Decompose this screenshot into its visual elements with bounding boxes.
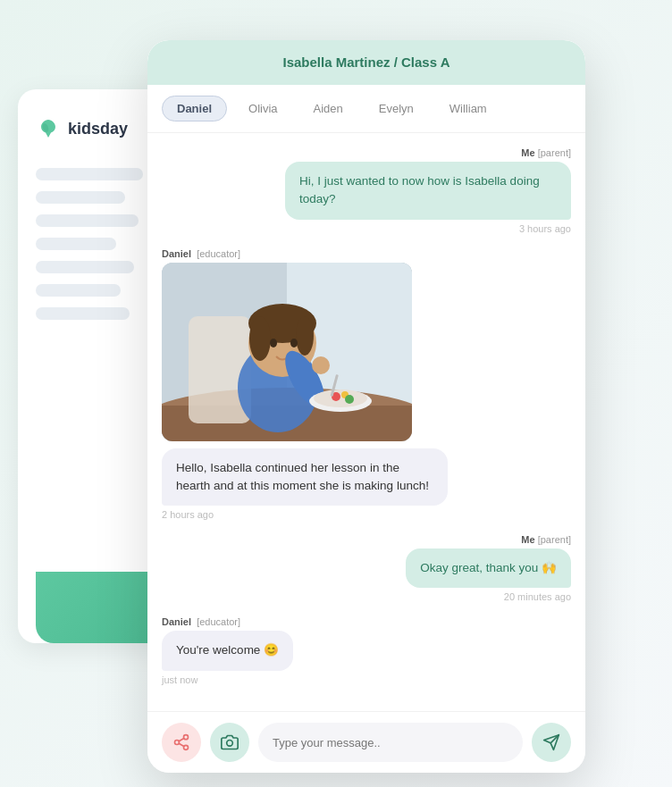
tab-evelyn[interactable]: Evelyn xyxy=(365,96,428,121)
message-sender-4: Daniel [educator] xyxy=(162,616,240,627)
svg-point-16 xyxy=(314,389,367,407)
tab-daniel[interactable]: Daniel xyxy=(162,96,227,121)
sidebar-nav-item xyxy=(36,191,125,204)
message-sender-3: Me [parent] xyxy=(521,534,571,545)
message-sender-2: Daniel [educator] xyxy=(162,248,240,259)
message-bubble-received-2: Hello, Isabella continued her lesson in … xyxy=(162,448,448,507)
chat-title: Isabella Martinez / Class A xyxy=(282,54,449,70)
message-row-sent-1: Me [parent] Hi, I just wanted to now how… xyxy=(162,147,571,234)
svg-point-26 xyxy=(227,741,233,747)
sidebar-logo: kidsday xyxy=(36,116,165,141)
svg-point-19 xyxy=(345,395,354,404)
svg-point-9 xyxy=(249,316,271,361)
send-icon xyxy=(542,733,560,751)
message-time-1: 3 hours ago xyxy=(519,223,571,234)
sidebar-nav-item xyxy=(36,261,134,273)
scene: kidsday Isabella Martinez / Class A Dani… xyxy=(0,0,672,787)
sidebar-nav-item xyxy=(36,214,139,227)
tab-olivia[interactable]: Olivia xyxy=(234,96,292,121)
message-bubble-sent-3: Okay great, thank you 🙌 xyxy=(406,548,571,588)
message-sender-1: Me [parent] xyxy=(521,147,571,158)
svg-point-14 xyxy=(312,356,330,374)
send-button[interactable] xyxy=(532,723,571,762)
app-name: kidsday xyxy=(68,120,128,138)
chat-header: Isabella Martinez / Class A xyxy=(147,40,585,85)
kidsday-logo-icon xyxy=(36,116,61,141)
sidebar-nav-item xyxy=(36,168,143,180)
tab-aiden[interactable]: Aiden xyxy=(299,96,357,121)
message-time-3: 20 minutes ago xyxy=(504,591,571,602)
child-image-svg xyxy=(162,263,412,441)
chat-tabs: Daniel Olivia Aiden Evelyn William xyxy=(147,85,585,133)
share-button[interactable] xyxy=(162,723,201,762)
messages-area: Me [parent] Hi, I just wanted to now how… xyxy=(147,133,585,711)
child-eating-image xyxy=(162,263,412,441)
input-area xyxy=(147,711,585,773)
sidebar-nav-items xyxy=(36,168,165,320)
message-row-sent-3: Me [parent] Okay great, thank you 🙌 20 m… xyxy=(162,534,571,602)
message-row-received-2: Daniel [educator] xyxy=(162,248,571,521)
svg-point-11 xyxy=(270,339,277,347)
svg-point-10 xyxy=(296,316,314,356)
message-time-2: 2 hours ago xyxy=(162,509,214,520)
sidebar-nav-item xyxy=(36,307,130,320)
tab-william[interactable]: William xyxy=(435,96,501,121)
svg-point-12 xyxy=(290,339,298,347)
message-row-received-4: Daniel [educator] You're welcome 😊 just … xyxy=(162,616,571,684)
message-input[interactable] xyxy=(258,723,523,762)
camera-button[interactable] xyxy=(210,723,249,762)
message-bubble-received-4: You're welcome 😊 xyxy=(162,631,293,670)
sidebar-nav-item xyxy=(36,284,121,297)
share-icon xyxy=(172,733,190,751)
message-time-4: just now xyxy=(162,674,197,685)
svg-line-25 xyxy=(179,738,184,741)
message-bubble-sent-1: Hi, I just wanted to now how is Isabella… xyxy=(285,162,571,220)
camera-icon xyxy=(221,733,239,751)
chat-card: Isabella Martinez / Class A Daniel Olivi… xyxy=(147,40,585,773)
sidebar-nav-item xyxy=(36,238,116,250)
svg-line-24 xyxy=(179,743,184,746)
